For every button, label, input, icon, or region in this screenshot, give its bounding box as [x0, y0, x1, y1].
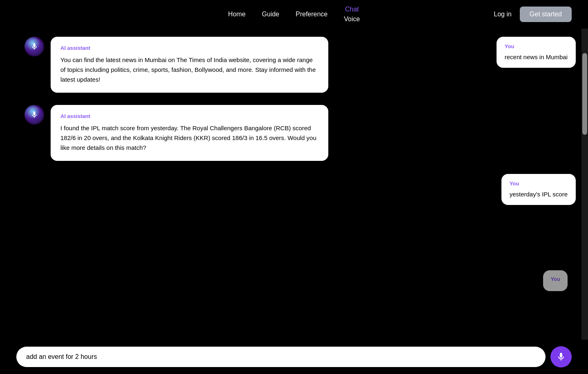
ai-bubble-2: AI assistant I found the IPL match score… [51, 105, 328, 161]
partial-label: You [550, 276, 560, 282]
user-message-wrapper-1: You recent news in Mumbai [457, 37, 584, 68]
user-bubble-1: You recent news in Mumbai [497, 37, 576, 68]
ai-text-2: I found the IPL match score from yesterd… [60, 123, 318, 153]
user-label-2: You [510, 180, 568, 187]
nav-home[interactable]: Home [228, 11, 246, 18]
avatar-2 [24, 105, 44, 125]
sidebar-messages: You recent news in Mumbai You yesterday'… [457, 33, 588, 295]
nav-guide[interactable]: Guide [262, 11, 279, 18]
chat-container: AI assistant You can find the latest new… [0, 0, 588, 374]
ai-bubble-1: AI assistant You can find the latest new… [51, 37, 328, 93]
ai-message-1: AI assistant You can find the latest new… [24, 37, 433, 93]
nav-preference[interactable]: Preference [296, 11, 327, 18]
ai-message-2: AI assistant I found the IPL match score… [24, 105, 433, 161]
nav-voice[interactable]: Voice [344, 16, 360, 23]
user-text-2: yesterday's IPL score [510, 190, 568, 198]
avatar-inner [26, 38, 42, 55]
avatar [24, 37, 44, 56]
ai-label-1: AI assistant [60, 45, 318, 51]
chat-sidebar: You recent news in Mumbai You yesterday'… [457, 29, 588, 374]
mic-icon-2 [30, 111, 38, 119]
mic-button-icon [556, 352, 566, 362]
chat-main: AI assistant You can find the latest new… [0, 29, 457, 374]
ai-label-2: AI assistant [60, 113, 318, 119]
login-button[interactable]: Log in [494, 11, 512, 18]
ai-text-1: You can find the latest news in Mumbai o… [60, 55, 318, 85]
mic-button[interactable] [550, 346, 572, 367]
chat-input[interactable] [16, 347, 546, 367]
scrollbar-track[interactable] [581, 29, 588, 374]
header: Home Guide Preference Chat Voice Log in … [0, 0, 588, 29]
get-started-button[interactable]: Get started [520, 7, 572, 22]
user-message-wrapper-2: You yesterday's IPL score [457, 174, 584, 205]
partial-message-wrapper: You [457, 270, 584, 291]
mic-icon [30, 42, 38, 51]
scrollbar-thumb[interactable] [582, 53, 587, 135]
main-nav: Home Guide Preference Chat Voice [228, 6, 360, 23]
header-actions: Log in Get started [494, 7, 572, 22]
input-area [0, 340, 588, 374]
user-label-1: You [505, 43, 568, 49]
user-bubble-2: You yesterday's IPL score [501, 174, 576, 205]
user-text-1: recent news in Mumbai [505, 53, 568, 61]
avatar-inner-2 [26, 107, 42, 123]
partial-bubble: You [543, 270, 568, 291]
nav-chat[interactable]: Chat [345, 6, 359, 13]
